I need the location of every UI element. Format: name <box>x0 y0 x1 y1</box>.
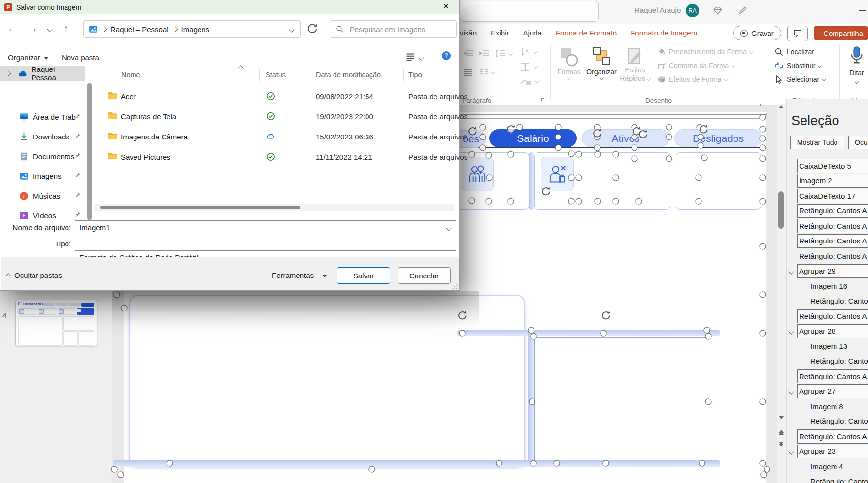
replace-button[interactable]: bc Substituir <box>774 59 821 72</box>
column-header-name[interactable]: Nome <box>121 71 140 79</box>
view-options-button[interactable] <box>405 52 415 64</box>
scrollbar-thumb[interactable] <box>778 191 784 229</box>
selection-pane-item[interactable]: Retângulo: Cantos A <box>786 234 868 249</box>
ribbon-tab[interactable]: Formato de Imagem <box>631 24 697 42</box>
indent-increase-icon[interactable] <box>479 49 490 60</box>
file-row[interactable]: Saved Pictures 11/11/2022 14:21 Pasta de… <box>0 147 459 167</box>
selection-pane-item[interactable]: Imagem 2 <box>786 173 868 189</box>
selection-pane-item[interactable]: CaixaDeTexto 17 <box>786 188 868 204</box>
show-all-button[interactable]: Mostrar Tudo <box>790 136 844 149</box>
selection-pane-item[interactable]: Agrupar 29 <box>786 264 868 279</box>
organize-menu[interactable]: Organizar <box>8 53 48 62</box>
quick-styles-button[interactable]: Estilos Rápidos <box>619 46 651 83</box>
divider-bar-shape[interactable] <box>457 330 720 336</box>
stat-card-shape[interactable] <box>676 152 761 210</box>
sidebar-item[interactable]: ♪ Imagens <box>0 166 97 186</box>
find-button[interactable]: Localizar <box>774 45 814 58</box>
address-dropdown-chevron-icon[interactable] <box>289 27 294 32</box>
column-header-type[interactable]: Tipo <box>408 71 422 79</box>
scroll-up-icon[interactable] <box>779 105 784 108</box>
line-spacing-icon[interactable] <box>495 49 506 60</box>
align-justify-icon[interactable] <box>463 68 473 79</box>
selection-pane-item[interactable]: Retângulo: Cantos A <box>786 248 868 264</box>
align-text-icon[interactable] <box>520 62 531 74</box>
employees-icon-tile[interactable] <box>461 157 494 191</box>
tools-menu[interactable]: Ferramentas <box>272 271 327 279</box>
selection-pane-item[interactable]: Retângulo: Cantos <box>786 474 868 483</box>
column-divider[interactable] <box>310 69 310 81</box>
group-chevron-icon[interactable] <box>788 269 794 274</box>
search-field[interactable] <box>330 20 457 38</box>
scroll-down-icon[interactable] <box>779 416 784 419</box>
expand-chevron-icon[interactable] <box>5 70 11 76</box>
shape-effects-button[interactable]: Efeitos de Forma <box>657 73 728 86</box>
shape-outline-button[interactable]: Contorno da Forma <box>657 59 734 72</box>
view-options-chevron-icon[interactable] <box>418 55 424 60</box>
resize-grip[interactable] <box>452 283 458 289</box>
indent-decrease-icon[interactable] <box>463 49 474 60</box>
selection-pane-item[interactable]: Retângulo: Cantos A <box>786 204 868 219</box>
dictate-button[interactable]: Ditar <box>845 45 868 86</box>
breadcrumb-root[interactable]: Raquel – Pessoal <box>110 25 168 34</box>
column-header-date[interactable]: Data de modificação <box>316 71 381 79</box>
selection-pane-item[interactable]: Retângulo: Cantos A <box>786 369 868 384</box>
group-chevron-icon[interactable] <box>788 389 794 394</box>
file-list-hscrollbar-thumb[interactable] <box>100 206 300 209</box>
file-row[interactable]: Acer 09/08/2022 21:54 Pasta de arquivos <box>0 86 459 106</box>
close-icon[interactable]: × <box>443 1 449 12</box>
selection-pane-item[interactable]: Imagem 8 <box>786 399 868 414</box>
filename-field[interactable]: Imagem1 <box>75 220 456 234</box>
column-divider[interactable] <box>403 69 404 81</box>
filename-dropdown-chevron-icon[interactable] <box>446 225 451 231</box>
selection-pane-item[interactable]: Retângulo: Cantos <box>786 294 868 309</box>
slide-thumbnail[interactable]: Dashboard RH <box>15 300 97 346</box>
premium-diamond-icon[interactable] <box>713 5 723 17</box>
columns-icon[interactable] <box>479 68 489 79</box>
arrange-button[interactable]: Organizar <box>585 46 618 79</box>
selection-pane-item[interactable]: Retângulo: Cantos A <box>786 309 868 324</box>
select-button[interactable]: Selecionar <box>774 73 825 86</box>
new-folder-button[interactable]: Nova pasta <box>62 53 99 62</box>
shape-fill-button[interactable]: Preenchimento da Forma <box>657 45 753 58</box>
powerpoint-search-box[interactable] <box>460 1 599 22</box>
shapes-button[interactable]: Formas <box>553 46 585 79</box>
avatar[interactable]: RA <box>686 4 699 17</box>
breadcrumb[interactable]: Raquel – Pessoal Imagens <box>83 20 301 38</box>
sidebar-item-onedrive[interactable]: Raquel – Pessoa <box>0 66 85 81</box>
file-row[interactable]: Capturas de Tela 19/02/2023 22:00 Pasta … <box>0 106 459 127</box>
next-slide-button[interactable] <box>779 442 784 447</box>
panel-shape[interactable] <box>534 337 708 462</box>
column-header-status[interactable]: Status <box>266 71 286 79</box>
pen-mode-icon[interactable] <box>738 5 748 17</box>
cancel-button[interactable]: Cancelar <box>398 267 451 284</box>
help-icon[interactable]: ? <box>442 51 451 60</box>
selection-pane-item[interactable]: Agrupar 28 <box>786 324 868 339</box>
up-button[interactable]: ↑ <box>64 23 68 34</box>
selection-pane-item[interactable]: Retângulo: Cantos A <box>786 429 868 444</box>
slide-tab-pill[interactable]: Ativos <box>582 129 669 147</box>
group-chevron-icon[interactable] <box>788 329 794 334</box>
ribbon-tab[interactable]: Forma de Formato <box>556 24 617 42</box>
selection-pane-item[interactable]: Agrupar 27 <box>786 384 868 399</box>
ribbon-tab[interactable]: Exibir <box>491 24 509 42</box>
column-divider[interactable] <box>259 69 260 81</box>
selection-pane-item[interactable]: Retângulo: Cantos <box>786 414 868 429</box>
slide-tab-pill[interactable]: Desligados <box>674 129 762 147</box>
ribbon-tab[interactable]: visão <box>460 24 477 42</box>
search-input[interactable] <box>349 25 449 34</box>
slide-vertical-scrollbar[interactable] <box>777 104 785 483</box>
hide-all-button[interactable]: Ocul <box>848 136 868 149</box>
breadcrumb-folder[interactable]: Imagens <box>181 25 210 34</box>
hide-folders-button[interactable]: Ocultar pastas <box>6 271 62 279</box>
selection-pane-item[interactable]: Agrupar 23 <box>786 444 868 459</box>
sidebar-item[interactable]: ♪ Vídeos <box>0 206 97 220</box>
selection-pane-item[interactable]: Retângulo: Cantos <box>786 354 868 369</box>
divider-bar-shape[interactable] <box>113 460 720 467</box>
group-chevron-icon[interactable] <box>788 449 794 454</box>
minimize-button[interactable] <box>859 10 866 11</box>
divider-bar-shape[interactable] <box>528 331 534 467</box>
selection-pane-item[interactable]: Retângulo: Cantos A <box>786 218 868 234</box>
convert-smartart-icon[interactable] <box>520 77 532 89</box>
record-button[interactable]: Gravar <box>733 26 781 40</box>
save-button[interactable]: Salvar <box>337 267 390 284</box>
